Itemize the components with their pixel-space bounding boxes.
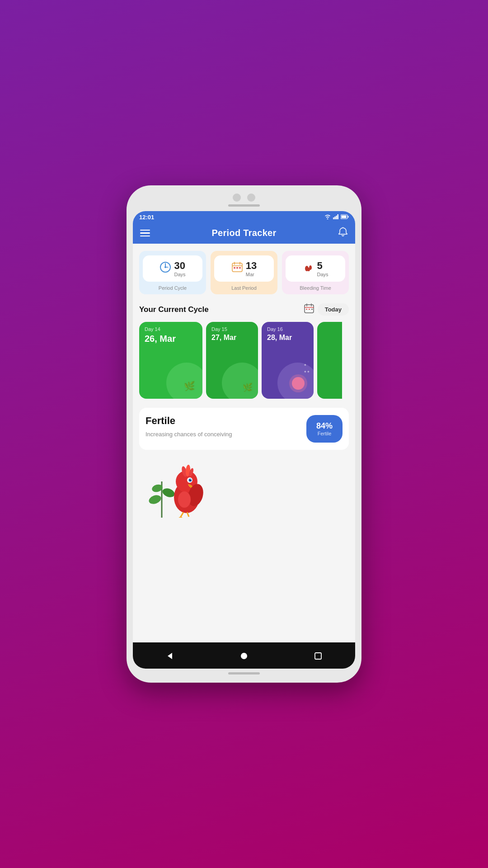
last-period-value: 13 Mar <box>246 260 257 277</box>
nav-bar <box>133 642 355 669</box>
svg-rect-50 <box>315 653 321 659</box>
camera-dot-right <box>247 193 255 202</box>
cycle-card-day15[interactable]: Day 15 27, Mar 🌿 <box>206 322 258 399</box>
cycle-cards-row: Day 14 26, Mar 🌿 Day 15 27, Mar 🌿 Day 16… <box>139 322 349 399</box>
svg-rect-26 <box>309 309 310 310</box>
bleeding-time-unit: Days <box>317 272 328 277</box>
fertile-percentage: 84% <box>316 421 333 431</box>
period-cycle-label: Period Cycle <box>159 285 187 291</box>
svg-point-29 <box>148 494 162 505</box>
last-period-icon <box>231 261 243 276</box>
fertile-badge-label: Fertile <box>318 431 332 436</box>
bleeding-time-value: 5 Days <box>317 260 328 277</box>
menu-line-2 <box>140 232 150 234</box>
app-title: Period Tracker <box>155 228 333 238</box>
section-actions: Today <box>304 303 349 316</box>
svg-point-42 <box>178 491 191 508</box>
nav-back-button[interactable] <box>161 647 179 665</box>
svg-point-20 <box>307 268 310 271</box>
status-icons <box>324 214 349 221</box>
menu-icon[interactable] <box>140 230 150 237</box>
cycle-day15-label: Day 15 <box>211 326 253 332</box>
period-cycle-unit: Days <box>174 272 185 277</box>
cycle-card-day14[interactable]: Day 14 26, Mar 🌿 <box>139 322 202 399</box>
period-cycle-value: 30 Days <box>174 260 185 277</box>
camera-dot-left <box>233 193 241 202</box>
bleeding-time-label: Bleeding Time <box>300 285 331 291</box>
bird-svg <box>162 459 211 518</box>
bird-section <box>139 459 349 518</box>
svg-rect-16 <box>236 267 238 269</box>
cycle-day14-label: Day 14 <box>145 326 197 332</box>
fertile-badge[interactable]: 84% Fertile <box>306 415 343 443</box>
svg-rect-3 <box>338 214 339 219</box>
period-cycle-icon <box>160 261 171 276</box>
signal-icon <box>333 214 338 221</box>
status-time: 12:01 <box>139 214 154 221</box>
phone-screen: 12:01 Period Tracker <box>133 211 355 669</box>
cycle-day16-label: Day 16 <box>267 326 308 332</box>
cycle-card-blob-2 <box>222 363 258 399</box>
stats-row: 30 Days Period Cycle <box>139 251 349 294</box>
stat-card-period-cycle[interactable]: 30 Days Period Cycle <box>139 251 206 294</box>
svg-rect-6 <box>342 215 347 218</box>
last-period-number: 13 <box>246 260 257 272</box>
bleeding-time-number: 5 <box>317 260 328 272</box>
current-cycle-title: Your Current Cycle <box>139 305 209 314</box>
period-cycle-number: 30 <box>174 260 185 272</box>
phone-bottom-bar <box>133 672 355 675</box>
current-cycle-header: Your Current Cycle Today <box>139 303 349 316</box>
last-period-unit: Mar <box>246 272 257 277</box>
phone-cameras <box>233 193 255 202</box>
svg-rect-5 <box>348 216 349 217</box>
svg-rect-15 <box>234 267 235 269</box>
last-period-label: Last Period <box>231 285 257 291</box>
planet-decoration <box>292 377 305 390</box>
leaf-icon-2: 🌿 <box>243 382 253 392</box>
svg-line-47 <box>181 517 183 518</box>
stat-card-last-period[interactable]: 13 Mar Last Period <box>211 251 277 294</box>
svg-rect-0 <box>333 217 334 219</box>
bottom-pill <box>228 672 260 675</box>
main-content: 30 Days Period Cycle <box>133 244 355 642</box>
bell-icon[interactable] <box>338 227 348 239</box>
stat-card-inner-last: 13 Mar <box>214 255 274 282</box>
phone-top-bar <box>133 204 355 207</box>
bleeding-time-icon <box>302 261 314 276</box>
svg-point-49 <box>241 653 247 659</box>
svg-rect-25 <box>306 309 307 310</box>
fertile-section: Fertile Increasing chances of conceiving… <box>139 408 349 450</box>
fertile-text: Fertile Increasing chances of conceiving <box>145 415 306 439</box>
cycle-day16-date: 28, Mar <box>267 334 308 342</box>
stat-card-inner-period: 30 Days <box>143 255 202 282</box>
svg-rect-1 <box>334 217 336 219</box>
nav-home-button[interactable] <box>235 647 253 665</box>
calendar-mini-icon[interactable] <box>304 303 314 316</box>
cycle-card-day16[interactable]: Day 16 28, Mar ✦✦✦ <box>262 322 314 399</box>
nav-recents-button[interactable] <box>309 647 327 665</box>
status-bar: 12:01 <box>133 211 355 222</box>
wifi-icon <box>324 214 331 221</box>
phone-notch <box>228 204 260 207</box>
today-button[interactable]: Today <box>318 303 349 316</box>
stat-card-bleeding-time[interactable]: 5 Days Bleeding Time <box>282 251 349 294</box>
svg-line-43 <box>181 512 183 517</box>
sparkles-decoration: ✦✦✦ <box>304 362 310 375</box>
cycle-day14-date: 26, Mar <box>145 334 197 344</box>
svg-marker-48 <box>168 653 172 659</box>
menu-line-3 <box>140 236 150 237</box>
fertile-title: Fertile <box>145 415 306 427</box>
cycle-card-peek[interactable] <box>317 322 342 399</box>
svg-rect-17 <box>239 267 241 269</box>
leaf-icon-1: 🌿 <box>184 381 195 392</box>
svg-rect-2 <box>336 216 337 219</box>
stat-card-inner-bleeding: 5 Days <box>286 255 345 282</box>
menu-line-1 <box>140 230 150 231</box>
cycle-day15-date: 27, Mar <box>211 334 253 342</box>
svg-point-40 <box>191 479 192 480</box>
svg-rect-27 <box>311 309 313 310</box>
phone-frame: 12:01 Period Tracker <box>127 185 361 683</box>
fertile-subtitle: Increasing chances of conceiving <box>145 430 306 439</box>
battery-icon <box>341 214 349 221</box>
app-bar: Period Tracker <box>133 222 355 244</box>
